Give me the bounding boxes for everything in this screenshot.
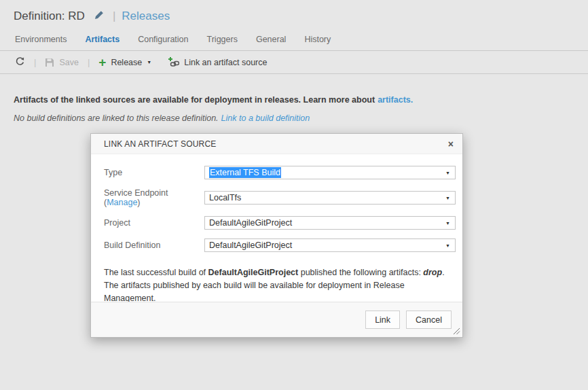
- chevron-down-icon: ▼: [147, 60, 151, 65]
- service-endpoint-label: Service Endpoint (Manage): [104, 188, 204, 207]
- title-separator: |: [113, 10, 115, 23]
- refresh-icon: [15, 56, 25, 69]
- build-definition-combobox[interactable]: DefaultAgileGitProject ▼: [204, 238, 456, 252]
- info-artifact-name: drop: [423, 268, 442, 277]
- dialog-header: LINK AN ARTIFACT SOURCE ×: [91, 134, 462, 154]
- tab-bar: Environments Artifacts Configuration Tri…: [0, 35, 588, 50]
- manage-link[interactable]: Manage: [107, 198, 137, 207]
- empty-text: No build definitions are linked to this …: [14, 113, 219, 123]
- dialog-title: LINK AN ARTIFACT SOURCE: [104, 139, 448, 149]
- tab-artifacts[interactable]: Artifacts: [85, 35, 120, 44]
- project-value: DefaultAgileGitProject: [209, 218, 292, 228]
- tab-configuration[interactable]: Configuration: [138, 35, 188, 44]
- page-title: Definition: RD: [14, 10, 85, 23]
- link-artifact-source-button[interactable]: Link an artifact source: [168, 57, 267, 67]
- project-combobox[interactable]: DefaultAgileGitProject ▼: [204, 216, 456, 230]
- link-to-build-definition-link[interactable]: Link to a build definition: [221, 113, 310, 123]
- service-endpoint-combobox[interactable]: LocalTfs ▼: [204, 191, 456, 205]
- toolbar: | Save | + Release ▼ Link an artifact so…: [0, 50, 588, 74]
- pencil-icon: [94, 10, 105, 23]
- artifacts-learn-more-link[interactable]: artifacts.: [378, 95, 413, 105]
- cancel-button[interactable]: Cancel: [406, 311, 452, 329]
- breadcrumb-releases-link[interactable]: Releases: [122, 10, 170, 23]
- dialog-footer: Link Cancel: [91, 302, 462, 337]
- save-label: Save: [59, 58, 79, 67]
- build-definition-label: Build Definition: [104, 241, 204, 250]
- tab-general[interactable]: General: [256, 35, 286, 44]
- chevron-down-icon: ▼: [445, 221, 450, 226]
- service-endpoint-value: LocalTfs: [209, 193, 241, 202]
- intro-text: Artifacts of the linked sources are avai…: [14, 95, 375, 105]
- edit-definition-button[interactable]: [94, 10, 105, 23]
- dialog-body: Type External TFS Build ▼ Service Endpoi…: [91, 154, 462, 305]
- tab-environments[interactable]: Environments: [15, 35, 67, 44]
- page-header: Definition: RD | Releases: [0, 0, 588, 23]
- info-text-1: The last successful build of: [104, 268, 208, 277]
- tab-triggers[interactable]: Triggers: [207, 35, 238, 44]
- tab-history[interactable]: History: [304, 35, 331, 44]
- artifacts-intro-text: Artifacts of the linked sources are avai…: [14, 95, 588, 105]
- last-build-info-text: The last successful build of DefaultAgil…: [104, 266, 449, 305]
- save-icon: [45, 58, 54, 67]
- chevron-down-icon: ▼: [445, 171, 450, 175]
- save-button[interactable]: Save: [45, 58, 79, 67]
- link-artifact-label: Link an artifact source: [184, 58, 267, 67]
- link-button[interactable]: Link: [365, 311, 400, 329]
- project-label: Project: [104, 218, 204, 228]
- type-combobox[interactable]: External TFS Build ▼: [204, 166, 456, 179]
- link-artifact-dialog: LINK AN ARTIFACT SOURCE × Type External …: [90, 133, 463, 338]
- field-row-build-definition: Build Definition DefaultAgileGitProject …: [104, 238, 456, 252]
- close-icon[interactable]: ×: [448, 139, 454, 149]
- type-value: External TFS Build: [209, 167, 281, 178]
- type-label: Type: [104, 168, 204, 177]
- toolbar-separator: |: [88, 57, 90, 67]
- chevron-down-icon: ▼: [445, 243, 450, 248]
- field-row-service-endpoint: Service Endpoint (Manage) LocalTfs ▼: [104, 188, 456, 207]
- release-dropdown-button[interactable]: + Release ▼: [98, 58, 151, 67]
- plus-icon: +: [98, 58, 106, 67]
- info-project-name: DefaultAgileGitProject: [208, 268, 299, 277]
- field-row-type: Type External TFS Build ▼: [104, 166, 456, 179]
- refresh-button[interactable]: [15, 56, 25, 69]
- service-endpoint-label-close: ): [137, 198, 140, 207]
- resize-grip[interactable]: [453, 327, 460, 335]
- chevron-down-icon: ▼: [445, 196, 450, 200]
- no-builds-message: No build definitions are linked to this …: [14, 113, 588, 123]
- toolbar-separator: |: [34, 57, 36, 67]
- link-artifact-icon: [168, 57, 179, 67]
- info-text-2: published the following artifacts:: [298, 268, 423, 277]
- field-row-project: Project DefaultAgileGitProject ▼: [104, 216, 456, 230]
- release-label: Release: [111, 58, 142, 67]
- build-definition-value: DefaultAgileGitProject: [209, 241, 292, 250]
